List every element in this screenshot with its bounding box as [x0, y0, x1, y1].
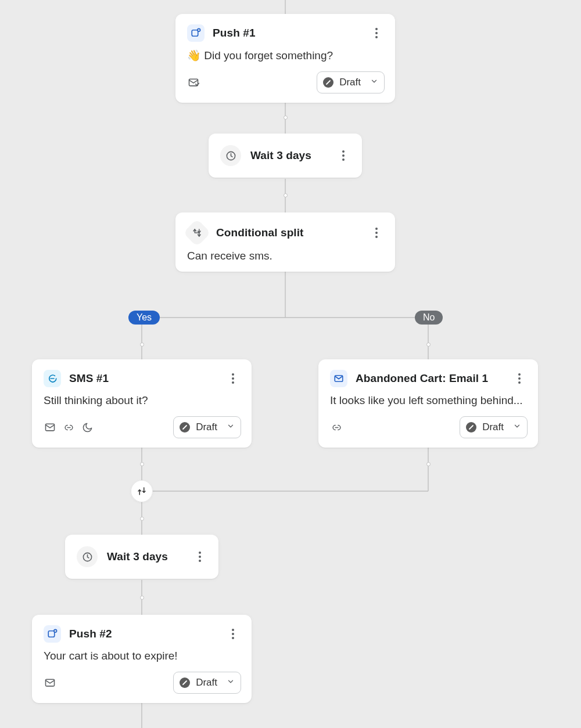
- flow-canvas: Push #1 👋 Did you forget something? Draf…: [0, 0, 581, 728]
- quiet-hours-icon: [81, 421, 94, 434]
- svg-rect-12: [192, 30, 198, 37]
- node-sms-1[interactable]: SMS #1 Still thinking about it? Draft: [32, 359, 252, 448]
- smart-send-icon: [44, 676, 56, 689]
- status-dropdown[interactable]: Draft: [460, 416, 528, 438]
- kebab-icon: [199, 552, 201, 562]
- node-title: SMS #1: [69, 372, 109, 385]
- push-icon: [44, 625, 61, 643]
- node-menu-button[interactable]: [225, 370, 241, 387]
- node-menu-button[interactable]: [192, 549, 208, 565]
- status-dropdown[interactable]: Draft: [173, 416, 241, 438]
- branch-pill-no: No: [415, 311, 443, 325]
- draft-status-icon: [180, 677, 190, 688]
- clock-icon: [77, 546, 98, 567]
- kebab-icon: [518, 373, 521, 384]
- chevron-down-icon: [513, 421, 521, 433]
- node-body: It looks like you left something behind.…: [330, 394, 528, 407]
- chevron-down-icon: [227, 421, 235, 433]
- draft-status-icon: [180, 422, 190, 433]
- node-title: Wait 3 days: [107, 550, 168, 563]
- node-body: 👋 Did you forget something?: [187, 49, 385, 62]
- kebab-icon: [342, 150, 345, 161]
- node-menu-button[interactable]: [335, 147, 352, 164]
- node-email-1[interactable]: Abandoned Cart: Email 1 It looks like yo…: [318, 359, 538, 448]
- node-title: Conditional split: [216, 226, 304, 239]
- clock-icon: [220, 145, 241, 166]
- node-wait-2[interactable]: Wait 3 days: [65, 535, 218, 579]
- draft-status-icon: [323, 77, 333, 88]
- chevron-down-icon: [370, 77, 378, 88]
- node-wait-1[interactable]: Wait 3 days: [209, 134, 362, 178]
- svg-rect-19: [48, 631, 55, 637]
- node-conditional-split[interactable]: Conditional split Can receive sms.: [175, 212, 395, 272]
- status-label: Draft: [482, 421, 504, 433]
- svg-point-13: [198, 28, 200, 31]
- merge-node[interactable]: [131, 480, 153, 502]
- push-icon: [187, 24, 205, 42]
- node-menu-button[interactable]: [511, 370, 528, 387]
- split-icon: [183, 219, 211, 247]
- svg-point-20: [54, 629, 57, 632]
- kebab-icon: [232, 373, 234, 384]
- node-title: Push #1: [213, 27, 256, 39]
- node-title: Push #2: [69, 628, 112, 640]
- node-menu-button[interactable]: [368, 25, 385, 41]
- node-body: Your cart is about to expire!: [44, 650, 241, 662]
- kebab-icon: [375, 28, 378, 38]
- node-menu-button[interactable]: [368, 225, 385, 241]
- status-label: Draft: [339, 77, 361, 88]
- kebab-icon: [232, 629, 234, 639]
- smart-send-icon: [187, 76, 200, 89]
- chevron-down-icon: [227, 677, 235, 689]
- status-dropdown[interactable]: Draft: [317, 71, 385, 93]
- status-label: Draft: [196, 677, 217, 689]
- email-icon: [330, 370, 347, 387]
- node-body: Can receive sms.: [187, 250, 385, 262]
- status-label: Draft: [196, 421, 217, 433]
- kebab-icon: [375, 228, 378, 238]
- draft-status-icon: [466, 422, 476, 433]
- status-dropdown[interactable]: Draft: [173, 672, 241, 694]
- node-body: Still thinking about it?: [44, 394, 241, 407]
- sms-icon: [44, 370, 61, 387]
- branch-pill-yes: Yes: [128, 311, 160, 325]
- node-push-2[interactable]: Push #2 Your cart is about to expire! Dr…: [32, 615, 252, 703]
- node-title: Wait 3 days: [250, 149, 311, 162]
- node-title: Abandoned Cart: Email 1: [356, 372, 488, 385]
- smart-send-icon: [44, 421, 56, 434]
- node-push-1[interactable]: Push #1 👋 Did you forget something? Draf…: [175, 14, 395, 103]
- link-icon: [62, 421, 75, 434]
- node-menu-button[interactable]: [225, 626, 241, 642]
- link-icon: [330, 421, 343, 434]
